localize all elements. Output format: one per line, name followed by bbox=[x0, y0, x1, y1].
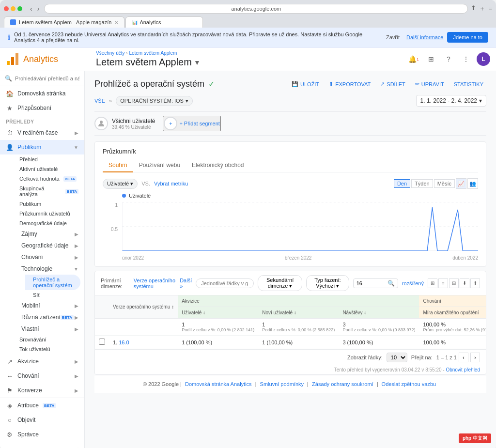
tab-obchod[interactable]: Elektronický obchod bbox=[186, 159, 249, 172]
sidebar-item-skupinova[interactable]: Skupinová analýzaBETA bbox=[14, 184, 84, 199]
secondary-dim-button[interactable]: Sekundární dimenze ▾ bbox=[258, 275, 302, 291]
banner-close-button[interactable]: Zavřít bbox=[383, 33, 403, 41]
table-search-icon[interactable]: 🔍 bbox=[388, 280, 395, 287]
sidebar-item-spravce[interactable]: ⚙ Správce bbox=[0, 427, 84, 442]
browser-action-menu[interactable]: ≡ bbox=[488, 4, 492, 13]
save-button[interactable]: 💾 ULOŽIT bbox=[289, 79, 322, 89]
sidebar-item-technologie[interactable]: Technologie ▼ bbox=[14, 263, 84, 275]
footer-link-terms[interactable]: Smluvní podmínky bbox=[260, 381, 304, 387]
period-den-button[interactable]: Den bbox=[394, 179, 410, 188]
edit-button[interactable]: ✏ UPRAVIT bbox=[412, 79, 447, 89]
breadcrumb-sub-link[interactable]: Letem světem Applem bbox=[129, 50, 177, 56]
browser-tab-analytics[interactable]: 📊 Analytics bbox=[125, 16, 203, 28]
line-chart-button[interactable]: 📈 bbox=[456, 178, 466, 189]
refresh-link[interactable]: Obnovit přehled bbox=[446, 367, 480, 372]
share-button[interactable]: ↗ SDÍLET bbox=[377, 79, 408, 89]
sidebar-item-chovani[interactable]: Chování ▶ bbox=[14, 251, 84, 263]
table-view-btn-5[interactable]: ⬆ bbox=[470, 278, 480, 288]
sidebar-item-objevit[interactable]: ○ Objevit bbox=[0, 413, 84, 427]
prev-page-button[interactable]: ‹ bbox=[459, 353, 468, 362]
sidebar-collapse-button[interactable]: ‹ bbox=[0, 442, 84, 448]
row-checkbox-cell[interactable] bbox=[95, 336, 109, 349]
sidebar-item-prehled[interactable]: Přehled bbox=[14, 154, 84, 164]
table-filter-input[interactable] bbox=[196, 278, 254, 288]
sidebar-item-chovani2[interactable]: ↔ Chování ▶ bbox=[0, 369, 84, 383]
table-view-btn-2[interactable]: ≡ bbox=[438, 278, 448, 288]
sidebar-item-celkova[interactable]: Celková hodnotaBETA bbox=[14, 174, 84, 184]
sidebar-item-mobilni[interactable]: Mobilní ▶ bbox=[14, 300, 84, 311]
sidebar-item-sit[interactable]: Síť bbox=[25, 290, 84, 300]
th-new-users[interactable]: Noví uživatelé ↕ bbox=[258, 307, 339, 319]
sidebar-item-konverze[interactable]: ⚑ Konverze ▶ bbox=[0, 383, 84, 398]
banner-more-button[interactable]: Další informace bbox=[406, 34, 443, 40]
tab-pouzivani[interactable]: Používání webu bbox=[133, 159, 186, 172]
tab-close-button[interactable]: ✕ bbox=[114, 20, 118, 25]
table-search-input[interactable] bbox=[356, 280, 386, 286]
footer-link-home[interactable]: Domovská stránka Analytics bbox=[185, 381, 252, 387]
metric-selector[interactable]: Uživatelé ▾ bbox=[103, 179, 138, 189]
footer-link-feedback[interactable]: Odeslat zpětnou vazbu bbox=[382, 381, 436, 387]
sidebar-item-realtime[interactable]: ⏱ V reálném čase ▶ bbox=[0, 125, 84, 140]
sidebar-search-input[interactable] bbox=[15, 76, 79, 81]
browser-action-share[interactable]: ⬆ bbox=[471, 4, 476, 13]
bar-chart-button[interactable]: 👥 bbox=[467, 178, 478, 189]
back-button[interactable]: ‹ bbox=[28, 4, 34, 14]
th-os-version[interactable]: Verze operačního systému ↕ bbox=[109, 295, 178, 319]
rozsileny-button[interactable]: rozšířený bbox=[402, 280, 424, 286]
notifications-icon[interactable]: 🔔1 bbox=[407, 52, 420, 66]
primary-dim-more[interactable]: Další » bbox=[180, 278, 192, 289]
os-filter-dropdown[interactable]: OPERAČNÍ SYSTÉM: IOS ▾ bbox=[116, 96, 193, 106]
minimize-window-button[interactable] bbox=[11, 6, 16, 11]
table-view-btn-1[interactable]: ⊞ bbox=[428, 278, 437, 288]
th-bounce[interactable]: Míra okamžitého opuštění bbox=[419, 307, 486, 319]
sidebar-item-pruzkumnik[interactable]: Průzkumník uživatelů bbox=[14, 209, 84, 218]
page-name-dropdown-icon[interactable]: ▼ bbox=[194, 59, 201, 66]
th-visits[interactable]: Návštěvy ↕ bbox=[339, 307, 419, 319]
row-os-link[interactable]: 16.0 bbox=[119, 340, 129, 345]
settings-menu-icon[interactable]: ⋮ bbox=[459, 52, 473, 66]
row-checkbox[interactable] bbox=[99, 339, 105, 345]
sidebar-item-srovnavani[interactable]: Srovnávání bbox=[14, 335, 84, 344]
sidebar-item-prohlizec[interactable]: Prohlížeč a operační systém bbox=[25, 275, 80, 290]
address-bar[interactable]: analytics.google.com bbox=[44, 4, 468, 14]
apps-grid-icon[interactable]: ⊞ bbox=[424, 52, 438, 66]
sidebar-item-home[interactable]: 🏠 Domovská stránka bbox=[0, 86, 84, 101]
sidebar-item-zajmy[interactable]: Zájmy ▶ bbox=[14, 228, 84, 240]
sidebar-item-audience[interactable]: 👤 Publikum ▼ bbox=[0, 140, 84, 154]
maximize-window-button[interactable] bbox=[17, 6, 22, 11]
filter-all-button[interactable]: VŠE bbox=[94, 98, 105, 104]
browser-action-new-tab[interactable]: ＋ bbox=[479, 4, 485, 13]
footer-link-privacy[interactable]: Zásady ochrany soukromí bbox=[312, 381, 373, 387]
help-icon[interactable]: ? bbox=[442, 52, 455, 66]
tab-souhrn[interactable]: Souhrn bbox=[103, 159, 133, 172]
sidebar-item-atribuce[interactable]: ◈ Atribuce BETA bbox=[0, 398, 84, 413]
sidebar-item-geograficke[interactable]: Geografické údaje ▶ bbox=[14, 240, 84, 251]
sidebar-item-aktivni[interactable]: Aktivní uživatelé bbox=[14, 164, 84, 174]
primary-dim-value[interactable]: Verze operačního systému bbox=[134, 278, 176, 289]
sidebar-item-akvizice[interactable]: ↗ Akvizice ▶ bbox=[0, 354, 84, 369]
next-page-button[interactable]: › bbox=[470, 353, 480, 362]
page-size-select[interactable]: 10 bbox=[387, 353, 407, 362]
browser-tab-applem[interactable]: Letem světem Applem - Apple magazín ✕ bbox=[4, 16, 124, 28]
period-mesic-button[interactable]: Měsíc bbox=[434, 179, 455, 188]
export-button[interactable]: ⬆ EXPORTOVAT bbox=[326, 79, 373, 89]
sidebar-item-vlastni[interactable]: Vlastní ▶ bbox=[14, 323, 84, 335]
compare-metric-button[interactable]: Vybrat metriku bbox=[154, 181, 188, 186]
sidebar-item-tok[interactable]: Tok uživatelů bbox=[14, 344, 84, 354]
table-view-btn-4[interactable]: ⬇ bbox=[460, 278, 469, 288]
close-window-button[interactable] bbox=[4, 6, 9, 11]
date-range-picker[interactable]: 1. 1. 2022 - 2. 4. 2022 ▾ bbox=[416, 95, 486, 107]
sidebar-item-customize[interactable]: ★ Přizpůsobení bbox=[0, 101, 84, 115]
th-users[interactable]: Uživatelé ↕ bbox=[178, 307, 258, 319]
table-search-field[interactable]: 🔍 bbox=[353, 278, 398, 288]
table-view-btn-3[interactable]: ⊟ bbox=[449, 278, 459, 288]
forward-button[interactable]: › bbox=[35, 4, 42, 14]
sidebar-item-ruzna[interactable]: Různá zařízení BETA ▶ bbox=[14, 311, 84, 323]
breadcrumb-root-link[interactable]: Všechny účty bbox=[96, 50, 124, 56]
user-avatar[interactable]: L bbox=[477, 52, 490, 66]
sidebar-item-demograficke[interactable]: Demografické údaje bbox=[14, 218, 84, 228]
sort-type-button[interactable]: Typ řazení: Výchozí ▾ bbox=[306, 275, 349, 291]
sidebar-item-publikum[interactable]: Publikum bbox=[14, 199, 84, 209]
add-segment-button[interactable]: + + Přidat segment bbox=[163, 116, 220, 131]
stats-button[interactable]: STATISTIKY bbox=[451, 79, 486, 89]
